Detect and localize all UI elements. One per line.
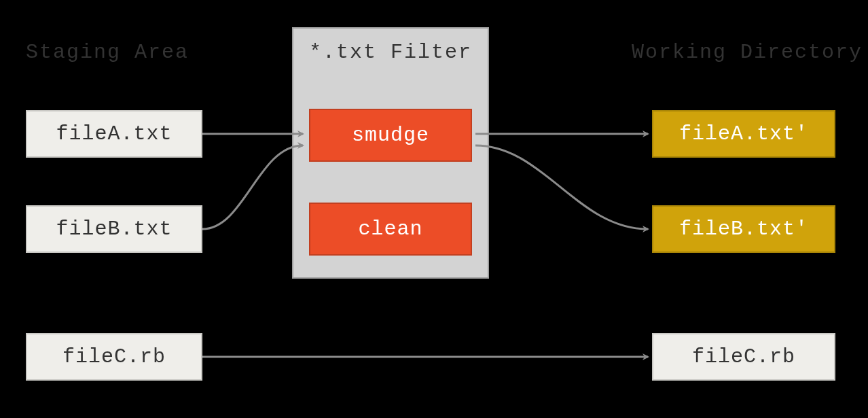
staging-file-b: fileB.txt bbox=[26, 205, 202, 253]
clean-filter-box: clean bbox=[309, 203, 472, 256]
staging-file-c: fileC.rb bbox=[26, 333, 202, 381]
filter-container: *.txt Filter smudge clean bbox=[292, 27, 489, 279]
working-directory-header: Working Directory bbox=[632, 41, 863, 64]
smudge-filter-box: smudge bbox=[309, 109, 472, 162]
filter-title: *.txt Filter bbox=[293, 41, 488, 64]
working-file-a: fileA.txt' bbox=[652, 110, 835, 158]
arrow-fileb-to-smudge bbox=[202, 145, 303, 229]
staging-area-header: Staging Area bbox=[26, 41, 189, 64]
working-file-b: fileB.txt' bbox=[652, 205, 835, 253]
staging-file-a: fileA.txt bbox=[26, 110, 202, 158]
working-file-c: fileC.rb bbox=[652, 333, 835, 381]
arrow-smudge-to-fileb bbox=[475, 145, 648, 229]
